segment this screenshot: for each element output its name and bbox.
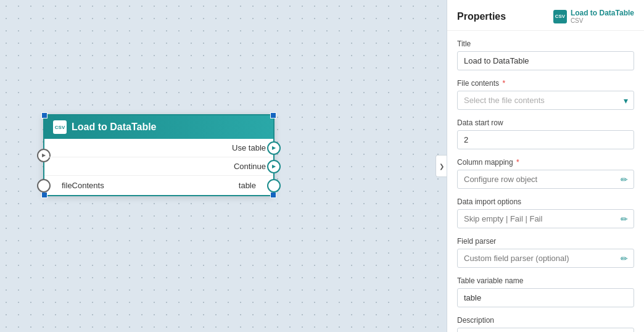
table-port[interactable]	[267, 179, 281, 193]
edit-icon-column-mapping[interactable]: ✏	[621, 175, 628, 185]
field-group-title: Title	[457, 39, 634, 70]
data-import-options-input[interactable]	[457, 209, 634, 228]
panel-node-info: Load to DataTable CSV	[571, 9, 634, 24]
field-group-description: Description	[457, 316, 634, 332]
node-row-use-table: Use table ▶	[44, 139, 273, 157]
use-table-label: Use table	[232, 143, 266, 152]
port-left-label: fileContents	[62, 181, 104, 190]
field-parser-field: ✏	[457, 249, 634, 268]
title-input[interactable]	[457, 51, 634, 70]
table-variable-name-input[interactable]	[457, 288, 634, 307]
edit-icon-data-import[interactable]: ✏	[621, 214, 628, 224]
file-contents-required: *	[500, 79, 505, 88]
file-contents-port[interactable]	[37, 179, 51, 193]
panel-node-type: CSV	[571, 17, 634, 24]
arrow-right-icon: ▶	[272, 145, 276, 151]
panel-title: Properties	[457, 11, 506, 22]
field-group-field-parser: Field parser ✏	[457, 237, 634, 268]
panel-node-icon: CSV	[553, 10, 567, 23]
csv-panel-icon: CSV	[555, 14, 565, 19]
data-start-row-label: Data start row	[457, 118, 634, 127]
port-right: table	[239, 181, 265, 190]
field-group-file-contents: File contents * Select the file contents…	[457, 79, 634, 110]
table-variable-name-label: Table variable name	[457, 276, 634, 285]
port-left: fileContents	[53, 181, 104, 190]
column-mapping-field: ✏	[457, 170, 634, 189]
description-label: Description	[457, 316, 634, 325]
node-wrapper: ▶ CSV Load to DataTable Use table ▶ Cont…	[43, 114, 275, 196]
handle-top-right[interactable]	[270, 112, 276, 118]
properties-panel: Properties CSV Load to DataTable CSV Tit…	[447, 0, 644, 332]
column-mapping-input[interactable]	[457, 170, 634, 189]
panel-header-node: CSV Load to DataTable CSV	[553, 9, 634, 24]
file-contents-select-wrapper: Select the file contents ▾	[457, 91, 634, 110]
arrow-right-icon: ▶	[272, 164, 276, 169]
data-import-options-field: ✏	[457, 209, 634, 228]
field-group-data-import-options: Data import options ✏	[457, 197, 634, 228]
field-group-column-mapping: Column mapping * ✏	[457, 158, 634, 189]
description-input[interactable]	[457, 328, 634, 332]
data-start-row-input[interactable]	[457, 130, 634, 149]
field-parser-label: Field parser	[457, 237, 634, 246]
node-title: Load to DataTable	[72, 122, 157, 133]
chevron-right-icon: ❯	[439, 163, 444, 170]
panel-body: Title File contents * Select the file co…	[447, 31, 644, 332]
node-header: ▶ CSV Load to DataTable	[44, 115, 273, 139]
load-to-datatable-node[interactable]: ▶ CSV Load to DataTable Use table ▶ Cont…	[43, 114, 275, 196]
edit-icon-field-parser[interactable]: ✏	[621, 254, 628, 264]
field-parser-input[interactable]	[457, 249, 634, 268]
canvas: ❯ ▶ CSV Load to DataTable Use ta	[0, 0, 447, 332]
panel-node-name: Load to DataTable	[571, 9, 634, 17]
continue-connector[interactable]: ▶	[267, 160, 281, 173]
column-mapping-label: Column mapping *	[457, 158, 634, 167]
title-label: Title	[457, 39, 634, 48]
use-table-connector[interactable]: ▶	[267, 141, 281, 155]
node-row-continue: Continue ▶	[44, 157, 273, 176]
continue-label: Continue	[234, 162, 266, 171]
node-ports: fileContents table	[44, 176, 273, 195]
csv-icon: CSV	[55, 125, 65, 130]
field-group-table-variable-name: Table variable name	[457, 276, 634, 307]
field-group-data-start-row: Data start row	[457, 118, 634, 149]
column-mapping-required: *	[514, 158, 519, 167]
file-contents-select[interactable]: Select the file contents	[457, 91, 634, 110]
data-import-options-label: Data import options	[457, 197, 634, 206]
handle-top-left[interactable]	[41, 112, 47, 118]
node-header-icon: CSV	[53, 120, 67, 134]
port-right-label: table	[239, 181, 256, 190]
collapse-panel-button[interactable]: ❯	[436, 155, 447, 177]
panel-header: Properties CSV Load to DataTable CSV	[447, 0, 644, 31]
file-contents-label: File contents *	[457, 79, 634, 88]
